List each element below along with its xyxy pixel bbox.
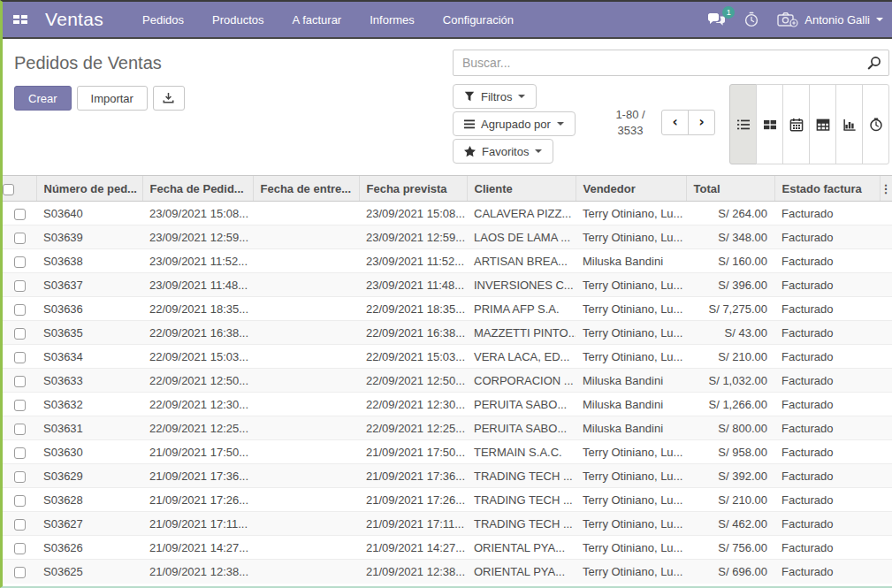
cell-total[interactable]: S/ 264.00 [686, 202, 774, 225]
cell-customer[interactable]: PERUITA SABO... [467, 416, 576, 440]
cell-customer[interactable]: TERMAIN S.A.C. [467, 440, 576, 464]
table-row[interactable]: S03640 23/09/2021 15:08... 23/09/2021 15… [3, 202, 892, 225]
cell-total[interactable]: S/ 396.00 [686, 273, 774, 297]
messages-button[interactable]: 1 [707, 12, 726, 27]
cell-delivery-date[interactable] [253, 249, 359, 273]
cell-order-date[interactable]: 21/09/2021 14:27... [142, 536, 253, 560]
cell-invoice-status[interactable]: Facturado [774, 560, 880, 584]
row-select-cell[interactable] [3, 488, 36, 512]
export-button[interactable] [153, 86, 185, 111]
row-select-cell[interactable] [3, 345, 36, 369]
cell-expected-date[interactable]: 22/09/2021 18:35... [359, 297, 467, 321]
cell-order-date[interactable]: 22/09/2021 18:35... [142, 297, 253, 321]
cell-invoice-status[interactable]: Facturado [774, 273, 880, 297]
cell-delivery-date[interactable] [253, 512, 359, 536]
header-order-date[interactable]: Fecha de Pedid... [142, 176, 253, 202]
cell-expected-date[interactable]: 23/09/2021 15:08... [359, 202, 467, 225]
table-row[interactable]: S03629 21/09/2021 17:36... 21/09/2021 17… [3, 464, 892, 488]
cell-customer[interactable]: CORPORACION ... [467, 369, 576, 393]
cell-delivery-date[interactable] [253, 416, 359, 440]
cell-total[interactable]: S/ 210.00 [686, 488, 774, 512]
cell-total[interactable]: S/ 696.00 [686, 560, 774, 584]
row-select-cell[interactable] [3, 416, 36, 440]
cell-delivery-date[interactable] [253, 297, 359, 321]
import-button[interactable]: Importar [77, 86, 148, 111]
favorites-dropdown-button[interactable]: Favoritos [453, 139, 553, 164]
row-checkbox[interactable] [14, 328, 26, 340]
cell-order-date[interactable]: 23/09/2021 12:59... [142, 225, 253, 249]
cell-expected-date[interactable]: 21/09/2021 17:26... [359, 488, 467, 512]
row-select-cell[interactable] [3, 512, 36, 536]
row-checkbox[interactable] [14, 256, 26, 268]
cell-customer[interactable]: PERUITA SABO... [467, 393, 576, 416]
kanban-view-button[interactable] [756, 84, 783, 164]
cell-invoice-status[interactable]: Facturado [774, 416, 880, 440]
table-row[interactable]: S03630 21/09/2021 17:50... 21/09/2021 17… [3, 440, 892, 464]
cell-salesperson[interactable]: Terry Otiniano, Lu... [576, 225, 686, 249]
cell-delivery-date[interactable] [253, 393, 359, 416]
cell-customer[interactable]: ORIENTAL PYA... [467, 560, 576, 584]
table-row[interactable]: S03633 22/09/2021 12:50... 22/09/2021 12… [3, 369, 892, 393]
header-delivery-date[interactable]: Fecha de entre... [253, 176, 359, 202]
filters-dropdown-button[interactable]: Filtros [453, 84, 537, 109]
cell-total[interactable]: S/ 43.00 [686, 321, 774, 345]
menu-item[interactable]: Productos [212, 13, 264, 27]
row-select-cell[interactable] [3, 249, 36, 273]
cell-delivery-date[interactable] [253, 321, 359, 345]
row-select-cell[interactable] [3, 464, 36, 488]
cell-total[interactable]: S/ 210.00 [686, 345, 774, 369]
cell-order-number[interactable]: S03634 [36, 345, 142, 369]
cell-expected-date[interactable]: 21/09/2021 17:50... [359, 440, 467, 464]
cell-customer[interactable]: TRADING TECH ... [467, 464, 576, 488]
cell-expected-date[interactable]: 22/09/2021 12:30... [359, 393, 467, 416]
row-checkbox[interactable] [14, 471, 26, 483]
cell-invoice-status[interactable]: Facturado [774, 440, 880, 464]
cell-order-date[interactable]: 21/09/2021 17:50... [142, 440, 253, 464]
table-row[interactable]: S03638 23/09/2021 11:52... 23/09/2021 11… [3, 249, 892, 273]
row-select-cell[interactable] [3, 321, 36, 345]
group-by-dropdown-button[interactable]: Agrupado por [453, 111, 576, 136]
cell-invoice-status[interactable]: Facturado [774, 393, 880, 416]
cell-order-number[interactable]: S03632 [36, 393, 142, 416]
cell-invoice-status[interactable]: Facturado [774, 345, 880, 369]
cell-expected-date[interactable]: 23/09/2021 11:52... [359, 249, 467, 273]
cell-salesperson[interactable]: Terry Otiniano, Lu... [576, 488, 686, 512]
cell-order-date[interactable]: 21/09/2021 17:11... [142, 512, 253, 536]
cell-customer[interactable]: VERA LACA, ED... [467, 345, 576, 369]
cell-salesperson[interactable]: Terry Otiniano, Lu... [576, 202, 686, 225]
cell-delivery-date[interactable] [253, 536, 359, 560]
cell-customer[interactable]: INVERSIONES C... [467, 273, 576, 297]
cell-order-date[interactable]: 23/09/2021 15:08... [142, 202, 253, 225]
row-checkbox[interactable] [14, 447, 26, 459]
header-order-number[interactable]: Número de ped... [36, 176, 142, 202]
cell-invoice-status[interactable]: Facturado [774, 488, 880, 512]
cell-total[interactable]: S/ 160.00 [686, 249, 774, 273]
cell-delivery-date[interactable] [253, 273, 359, 297]
cell-salesperson[interactable]: Miluska Bandini [576, 393, 686, 416]
row-checkbox[interactable] [14, 376, 26, 387]
cell-delivery-date[interactable] [253, 202, 359, 225]
cell-salesperson[interactable]: Terry Otiniano, Lu... [576, 512, 686, 536]
table-row[interactable]: S03627 21/09/2021 17:11... 21/09/2021 17… [3, 512, 892, 536]
cell-order-number[interactable]: S03630 [36, 440, 142, 464]
table-row[interactable]: S03632 22/09/2021 12:30... 22/09/2021 12… [3, 393, 892, 416]
cell-total[interactable]: S/ 958.00 [686, 440, 774, 464]
cell-customer[interactable]: LAOS DE LAMA ... [467, 225, 576, 249]
cell-delivery-date[interactable] [253, 464, 359, 488]
activities-button[interactable] [743, 11, 759, 27]
cell-invoice-status[interactable]: Facturado [774, 536, 880, 560]
row-checkbox[interactable] [14, 400, 26, 411]
cell-salesperson[interactable]: Miluska Bandini [576, 416, 686, 440]
select-all-checkbox[interactable] [3, 184, 14, 195]
row-checkbox[interactable] [14, 352, 26, 363]
cell-expected-date[interactable]: 23/09/2021 12:59... [359, 225, 467, 249]
cell-expected-date[interactable]: 22/09/2021 15:03... [359, 345, 467, 369]
row-checkbox[interactable] [14, 519, 26, 531]
row-select-cell[interactable] [3, 225, 36, 249]
cell-customer[interactable]: PRIMA AFP S.A. [467, 297, 576, 321]
list-view-button[interactable] [729, 84, 757, 164]
search-input[interactable] [454, 50, 888, 75]
cell-expected-date[interactable]: 23/09/2021 11:48... [359, 273, 467, 297]
cell-expected-date[interactable]: 22/09/2021 12:50... [359, 369, 467, 393]
row-checkbox[interactable] [14, 209, 26, 220]
